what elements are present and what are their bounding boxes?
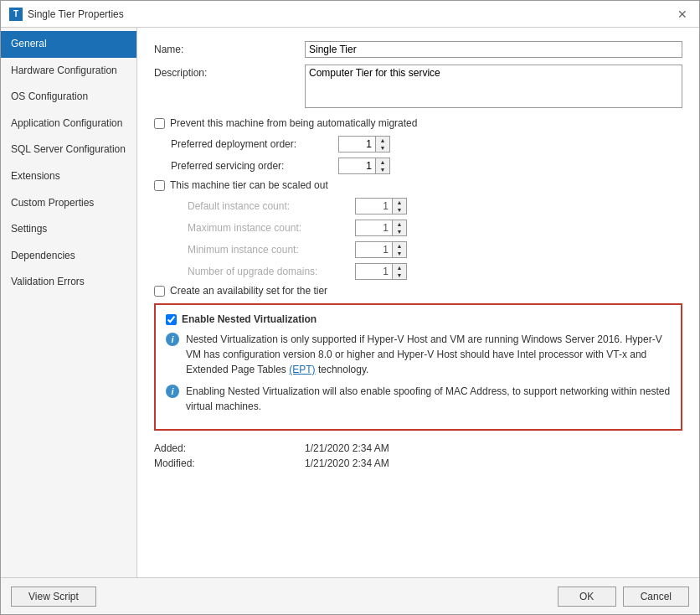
preferred-deployment-row: Preferred deployment order: ▲ ▼ — [154, 136, 682, 152]
min-instance-label: Minimum instance count: — [171, 244, 355, 256]
sidebar-item-sql-server-configuration[interactable]: SQL Server Configuration — [1, 137, 136, 163]
preferred-deployment-input[interactable] — [338, 136, 376, 152]
prevent-migration-row: Prevent this machine from being automati… — [154, 117, 682, 129]
upgrade-domains-label: Number of upgrade domains: — [171, 266, 355, 277]
preferred-servicing-up[interactable]: ▲ — [376, 158, 389, 166]
default-instance-input[interactable] — [355, 198, 393, 214]
sidebar: General Hardware Configuration OS Config… — [1, 28, 137, 577]
max-instance-input[interactable] — [355, 220, 393, 236]
sidebar-item-os-configuration[interactable]: OS Configuration — [1, 84, 136, 111]
default-instance-label: Default instance count: — [171, 200, 355, 212]
preferred-servicing-label: Preferred servicing order: — [154, 160, 338, 172]
window: T Single Tier Properties ✕ General Hardw… — [0, 0, 700, 615]
added-row: Added: 1/21/2020 2:34 AM — [154, 442, 682, 454]
name-label: Name: — [154, 41, 305, 55]
upgrade-domains-up[interactable]: ▲ — [393, 264, 406, 271]
prevent-migration-checkbox[interactable] — [154, 118, 165, 129]
nested-virt-info1-text: Nested Virtualization is only supported … — [186, 332, 671, 377]
upgrade-domains-down[interactable]: ▼ — [393, 271, 406, 279]
upgrade-domains-input[interactable] — [355, 263, 393, 280]
nested-virt-info2-text: Enabling Nested Virtualization will also… — [186, 384, 671, 414]
scalable-row: This machine tier can be scaled out — [154, 179, 682, 191]
title-bar: T Single Tier Properties ✕ — [1, 1, 699, 28]
modified-value: 1/21/2020 2:34 AM — [305, 457, 389, 469]
upgrade-domains-row: Number of upgrade domains: ▲ ▼ — [154, 263, 682, 280]
name-value — [305, 41, 682, 58]
sidebar-item-settings[interactable]: Settings — [1, 216, 136, 243]
sidebar-item-application-configuration[interactable]: Application Configuration — [1, 111, 136, 137]
modified-row: Modified: 1/21/2020 2:34 AM — [154, 457, 682, 469]
preferred-servicing-down[interactable]: ▼ — [376, 166, 389, 173]
window-title: Single Tier Properties — [28, 8, 124, 20]
preferred-deployment-spinner: ▲ ▼ — [338, 136, 390, 152]
close-button[interactable]: ✕ — [674, 6, 691, 23]
min-instance-input[interactable] — [355, 241, 393, 258]
info-icon-2: i — [166, 385, 179, 398]
max-instance-down[interactable]: ▼ — [393, 228, 406, 235]
preferred-servicing-spinner: ▲ ▼ — [338, 158, 390, 174]
footer: View Script OK Cancel — [1, 577, 699, 614]
availability-set-label: Create an availability set for the tier — [170, 285, 327, 297]
info-icon-1: i — [166, 333, 179, 346]
min-instance-spinner: ▲ ▼ — [355, 241, 407, 258]
sidebar-item-extensions[interactable]: Extensions — [1, 163, 136, 190]
description-row: Description: Computer Tier for this serv… — [154, 65, 682, 111]
default-instance-down[interactable]: ▼ — [393, 206, 406, 214]
sidebar-item-dependencies[interactable]: Dependencies — [1, 243, 136, 270]
description-input[interactable]: Computer Tier for this service — [305, 65, 682, 108]
view-script-button[interactable]: View Script — [11, 587, 96, 607]
nested-virt-header: Enable Nested Virtualization — [166, 313, 671, 325]
modified-label: Modified: — [154, 457, 305, 469]
scalable-checkbox[interactable] — [154, 180, 165, 191]
min-instance-row: Minimum instance count: ▲ ▼ — [154, 241, 682, 258]
nested-virt-checkbox[interactable] — [166, 314, 177, 325]
availability-set-checkbox[interactable] — [154, 286, 165, 297]
nested-virtualization-box: Enable Nested Virtualization i Nested Vi… — [154, 303, 682, 431]
nested-virt-info1: i Nested Virtualization is only supporte… — [166, 332, 671, 377]
main-content: Name: Description: Computer Tier for thi… — [137, 28, 699, 577]
max-instance-row: Maximum instance count: ▲ ▼ — [154, 220, 682, 236]
sidebar-item-hardware-configuration[interactable]: Hardware Configuration — [1, 58, 136, 85]
min-instance-up[interactable]: ▲ — [393, 242, 406, 250]
description-label: Description: — [154, 65, 305, 79]
scalable-label: This machine tier can be scaled out — [170, 179, 328, 191]
preferred-deployment-label: Preferred deployment order: — [154, 138, 338, 150]
content-area: General Hardware Configuration OS Config… — [1, 28, 699, 577]
prevent-migration-label: Prevent this machine from being automati… — [170, 117, 417, 129]
min-instance-down[interactable]: ▼ — [393, 250, 406, 257]
max-instance-spinner: ▲ ▼ — [355, 220, 407, 236]
preferred-deployment-up[interactable]: ▲ — [376, 137, 389, 144]
sidebar-item-custom-properties[interactable]: Custom Properties — [1, 190, 136, 217]
preferred-servicing-input[interactable] — [338, 158, 376, 174]
max-instance-label: Maximum instance count: — [171, 222, 355, 234]
nested-virt-label: Enable Nested Virtualization — [182, 313, 317, 325]
default-instance-up[interactable]: ▲ — [393, 199, 406, 206]
sidebar-item-general[interactable]: General — [1, 31, 136, 58]
window-icon: T — [9, 8, 23, 21]
name-row: Name: — [154, 41, 682, 58]
name-input[interactable] — [305, 41, 682, 58]
availability-set-row: Create an availability set for the tier — [154, 285, 682, 297]
sidebar-item-validation-errors[interactable]: Validation Errors — [1, 269, 136, 296]
max-instance-up[interactable]: ▲ — [393, 220, 406, 228]
ept-link[interactable]: (EPT) — [289, 364, 315, 375]
ok-button[interactable]: OK — [558, 587, 616, 607]
added-value: 1/21/2020 2:34 AM — [305, 442, 389, 454]
cancel-button[interactable]: Cancel — [623, 587, 689, 607]
default-instance-row: Default instance count: ▲ ▼ — [154, 198, 682, 214]
description-value: Computer Tier for this service — [305, 65, 682, 111]
preferred-deployment-down[interactable]: ▼ — [376, 144, 389, 152]
upgrade-domains-spinner: ▲ ▼ — [355, 263, 407, 280]
default-instance-spinner: ▲ ▼ — [355, 198, 407, 214]
added-label: Added: — [154, 442, 305, 454]
preferred-servicing-row: Preferred servicing order: ▲ ▼ — [154, 158, 682, 174]
nested-virt-info2: i Enabling Nested Virtualization will al… — [166, 384, 671, 414]
